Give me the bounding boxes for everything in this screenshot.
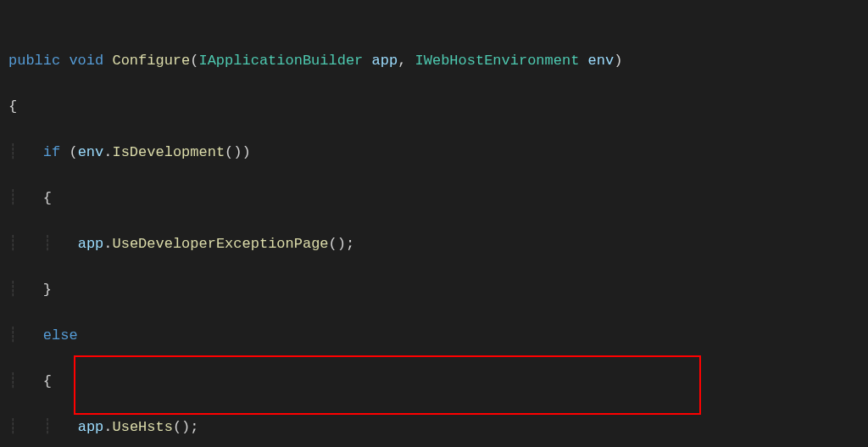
- code-line: ┊ ┊ app.UseHsts();: [8, 416, 868, 439]
- punctuation: .: [103, 419, 112, 435]
- parameter: env: [588, 53, 615, 69]
- variable: env: [78, 144, 104, 160]
- punctuation: ()): [225, 144, 251, 160]
- punctuation: (: [190, 53, 198, 69]
- code-line: ┊ {: [8, 370, 868, 393]
- type-name: IWebHostEnvironment: [415, 53, 580, 69]
- variable: app: [78, 419, 104, 435]
- code-line: ┊ if (env.IsDevelopment()): [8, 141, 868, 164]
- code-line: public void Configure(IApplicationBuilde…: [8, 49, 868, 72]
- punctuation: ): [614, 53, 622, 69]
- brace: {: [8, 98, 17, 115]
- function-name: Configure: [112, 53, 190, 69]
- type-name: IApplicationBuilder: [198, 53, 363, 69]
- code-line: ┊ {: [8, 187, 868, 210]
- code-line: {: [8, 95, 868, 118]
- keyword: void: [69, 53, 103, 69]
- keyword: public: [8, 53, 60, 69]
- punctuation: ();: [329, 236, 355, 252]
- punctuation: ,: [398, 53, 415, 69]
- brace: }: [43, 282, 52, 298]
- keyword: if: [43, 144, 60, 160]
- code-line: ┊ else: [8, 324, 868, 347]
- brace: {: [43, 190, 52, 206]
- code-line: ┊ ┊ app.UseDeveloperExceptionPage();: [8, 232, 868, 255]
- punctuation: (: [60, 144, 77, 160]
- function-name: UseHsts: [113, 419, 173, 435]
- function-name: UseDeveloperExceptionPage: [113, 236, 329, 252]
- punctuation: ();: [173, 419, 199, 435]
- variable: app: [78, 236, 104, 252]
- function-name: IsDevelopment: [112, 144, 225, 160]
- punctuation: .: [103, 144, 112, 160]
- punctuation: .: [103, 236, 112, 252]
- code-line: ┊ }: [8, 278, 868, 301]
- brace: {: [43, 373, 52, 389]
- keyword: else: [43, 327, 78, 344]
- code-editor[interactable]: public void Configure(IApplicationBuilde…: [0, 0, 868, 447]
- parameter: app: [372, 53, 398, 69]
